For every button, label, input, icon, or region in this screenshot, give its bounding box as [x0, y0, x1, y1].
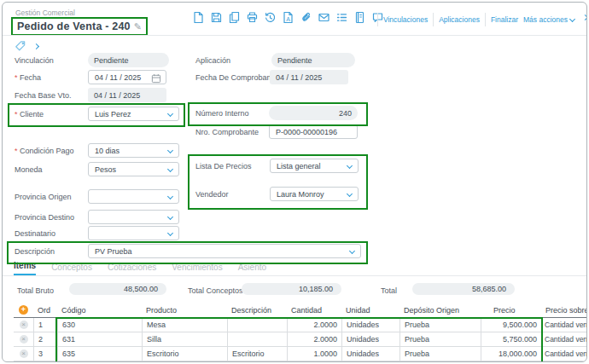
- tab-vencimientos[interactable]: Vencimientos: [172, 263, 222, 275]
- vendedor-select[interactable]: Laura Monroy: [270, 187, 359, 201]
- cell-producto[interactable]: Mesa: [142, 318, 227, 332]
- col-cantidad: Cantidad: [287, 303, 341, 318]
- cell-codigo[interactable]: 630: [57, 318, 142, 332]
- cell-descripcion[interactable]: [227, 332, 287, 347]
- fecha-base-vto-field: 04 / 11 / 2025: [88, 88, 166, 102]
- email-icon[interactable]: [318, 11, 330, 24]
- cell-precio[interactable]: 5,750.000: [481, 332, 541, 347]
- divider: [377, 13, 378, 26]
- destinatario-select[interactable]: [88, 226, 179, 240]
- cell-precio[interactable]: 9,500.000: [481, 318, 541, 332]
- delete-row-button[interactable]: ×: [20, 335, 28, 344]
- history-icon[interactable]: [264, 11, 277, 24]
- fecha-de-comprobante-field: 04 / 11 / 2025: [270, 70, 348, 84]
- calendar-icon[interactable]: [151, 73, 161, 84]
- divider: [3, 275, 586, 276]
- moneda-label: Moneda: [15, 165, 43, 174]
- tab-asiento[interactable]: Asiento: [238, 263, 266, 275]
- tab-bar: Items Conceptos Cotizaciones Vencimiento…: [14, 261, 266, 275]
- fecha-de-comprobante-label: Fecha De Comprobante: [195, 73, 277, 82]
- provincia-origen-select[interactable]: [88, 189, 179, 204]
- add-row-cell: +: [14, 303, 33, 318]
- journal-icon[interactable]: [353, 11, 366, 24]
- cell-cantidad[interactable]: 2.0000: [287, 318, 341, 332]
- cell-cantidad[interactable]: 2.0000: [287, 332, 341, 347]
- cell-codigo[interactable]: 635: [57, 347, 142, 361]
- numero-interno-field: 240: [269, 106, 358, 120]
- tag-icon[interactable]: [15, 40, 26, 52]
- edit-icon[interactable]: ✎: [134, 21, 142, 32]
- total-label: Total: [381, 286, 397, 295]
- cliente-value: Luis Perez: [95, 110, 131, 118]
- toolbar-actions: Vinculaciones Aplicaciones Finalizar Más…: [377, 13, 574, 26]
- breadcrumb[interactable]: Gestión Comercial: [15, 9, 75, 17]
- cell-precio-sobre[interactable]: Cantidad venta: [541, 318, 586, 332]
- svg-text:A: A: [286, 16, 290, 22]
- chevron-right-icon[interactable]: [33, 43, 39, 49]
- descripcion-label: Descripción: [15, 247, 55, 256]
- cliente-label: Cliente: [15, 110, 44, 118]
- cell-precio[interactable]: 18,000.000: [481, 347, 541, 361]
- cell-producto[interactable]: Escritorio: [142, 347, 227, 361]
- cell-deposito-origen[interactable]: Prueba: [399, 347, 481, 361]
- table-row-delete-cell: ×: [14, 332, 33, 347]
- add-row-button[interactable]: +: [19, 305, 28, 315]
- cell-descripcion[interactable]: Escritorio: [227, 347, 287, 361]
- aplicacion-label: Aplicación: [195, 56, 230, 65]
- descripcion-select[interactable]: PV Prueba: [88, 244, 361, 258]
- cell-precio-sobre[interactable]: Cantidad venta: [541, 332, 586, 347]
- tab-cotizaciones[interactable]: Cotizaciones: [108, 263, 156, 275]
- save-icon[interactable]: [210, 11, 223, 24]
- cell-unidad[interactable]: Unidades: [341, 347, 399, 361]
- tab-conceptos[interactable]: Conceptos: [51, 263, 92, 275]
- numero-interno-value: 240: [339, 109, 352, 118]
- col-producto: Producto: [142, 303, 227, 318]
- finalizar-button[interactable]: Finalizar: [491, 15, 518, 24]
- checklist-icon[interactable]: [335, 11, 348, 24]
- print-icon[interactable]: [246, 11, 259, 24]
- annotation-box-title: Pedido de Venta - 240 ✎: [11, 17, 148, 36]
- cell-deposito-origen[interactable]: Prueba: [399, 318, 481, 332]
- divider: [3, 35, 586, 36]
- attachment-icon[interactable]: [300, 11, 312, 24]
- delete-row-button[interactable]: ×: [20, 321, 28, 329]
- mas-acciones-button[interactable]: Más acciones: [523, 15, 574, 24]
- condicion-pago-select[interactable]: 10 dias: [88, 143, 179, 158]
- fecha-field[interactable]: 04 / 11 / 2025: [88, 70, 166, 84]
- fecha-label: Fecha: [15, 73, 41, 82]
- panel-toggle-icon[interactable]: [582, 14, 587, 20]
- nro-comprobante-input[interactable]: P-0000-00000196: [269, 124, 358, 139]
- col-descripcion: Descripción: [227, 303, 287, 318]
- cell-ord: 3: [33, 347, 57, 361]
- col-unidad: Unidad: [341, 303, 399, 318]
- cell-ord: 1: [33, 318, 57, 332]
- fecha-base-vto-value: 04 / 11 / 2025: [94, 91, 140, 100]
- toolbar: A: [192, 11, 384, 24]
- fecha-value: 04 / 11 / 2025: [95, 73, 141, 82]
- lista-de-precios-select[interactable]: Lista general: [270, 159, 359, 173]
- cell-codigo[interactable]: 631: [57, 332, 142, 347]
- copy-icon[interactable]: [228, 11, 241, 24]
- chevron-down-icon: [349, 248, 355, 254]
- vinculaciones-button[interactable]: Vinculaciones: [383, 15, 428, 24]
- new-document-icon[interactable]: [192, 11, 205, 24]
- moneda-select[interactable]: Pesos: [88, 162, 179, 176]
- cell-unidad[interactable]: Unidades: [341, 332, 399, 347]
- col-ord: Ord: [33, 303, 57, 318]
- cell-descripcion[interactable]: [227, 318, 287, 332]
- chevron-down-icon: [167, 194, 173, 199]
- delete-row-button[interactable]: ×: [20, 350, 28, 358]
- tab-items[interactable]: Items: [14, 261, 36, 275]
- cell-unidad[interactable]: Unidades: [341, 318, 399, 332]
- cell-deposito-origen[interactable]: Prueba: [399, 332, 481, 347]
- document-a-icon[interactable]: A: [282, 11, 294, 24]
- cell-producto[interactable]: Silla: [142, 332, 227, 347]
- aplicaciones-button[interactable]: Aplicaciones: [439, 15, 480, 24]
- cell-precio-sobre[interactable]: Cantidad venta: [541, 347, 586, 361]
- total-bruto-label: Total Bruto: [17, 286, 54, 295]
- cliente-select[interactable]: Luis Perez: [88, 107, 179, 121]
- cell-cantidad[interactable]: 1.0000: [287, 347, 341, 361]
- page-title: Pedido de Venta - 240: [17, 20, 131, 32]
- col-precio-sobre: Precio sobre: [541, 303, 586, 318]
- provincia-destino-select[interactable]: [88, 210, 179, 224]
